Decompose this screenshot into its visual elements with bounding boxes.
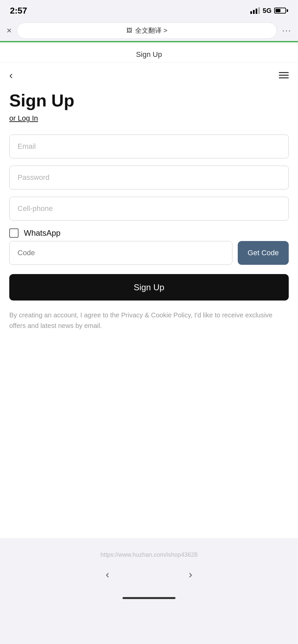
whatsapp-checkbox[interactable] [9,228,19,238]
more-button[interactable]: ··· [282,25,291,36]
menu-button[interactable] [279,72,289,78]
url-text: https://www.huzhan.com/ishop43628 [100,551,197,558]
code-input[interactable] [9,241,232,265]
browser-page-title: Sign Up [0,42,298,62]
translate-icon: 🖼 [126,27,132,34]
close-button[interactable]: × [7,26,12,35]
status-icons: 5G [250,7,288,15]
password-field[interactable] [9,166,289,189]
whatsapp-row: WhatsApp [0,228,298,238]
whatsapp-label: WhatsApp [24,228,61,238]
battery-icon [274,8,288,14]
status-bar: 2:57 5G [0,0,298,20]
form-section [0,123,298,228]
nav-arrows: ‹ › [0,565,298,584]
browser-back-arrow[interactable]: ‹ [99,565,116,584]
cellphone-field[interactable] [9,197,289,221]
home-indicator [0,590,298,602]
browser-forward-arrow[interactable]: › [182,565,199,584]
login-link[interactable]: or Log In [9,114,38,123]
page-title: Sign Up [9,91,289,110]
signup-heading: Sign Up or Log In [0,88,298,123]
status-time: 2:57 [10,6,27,16]
page-header: ‹ [0,62,298,88]
email-field[interactable] [9,135,289,158]
progress-fill [0,41,298,42]
progress-bar [0,41,298,42]
back-button[interactable]: ‹ [9,69,13,81]
bottom-area: https://www.huzhan.com/ishop43628 ‹ › [0,538,298,590]
page-content: Sign Up ‹ Sign Up or Log In WhatsApp Get… [0,42,298,538]
home-bar [123,597,175,599]
translate-button[interactable]: 🖼 全文翻译 > [17,22,277,39]
code-row: Get Code [0,241,298,265]
signup-button[interactable]: Sign Up [9,274,289,301]
network-label: 5G [263,7,272,15]
signal-icon [250,7,260,14]
get-code-button[interactable]: Get Code [238,241,289,265]
translate-text: 全文翻译 > [135,26,167,35]
terms-text: By creating an account, I agree to the P… [0,310,298,344]
signup-btn-wrap: Sign Up [0,274,298,310]
browser-toolbar: × 🖼 全文翻译 > ··· [0,20,298,41]
